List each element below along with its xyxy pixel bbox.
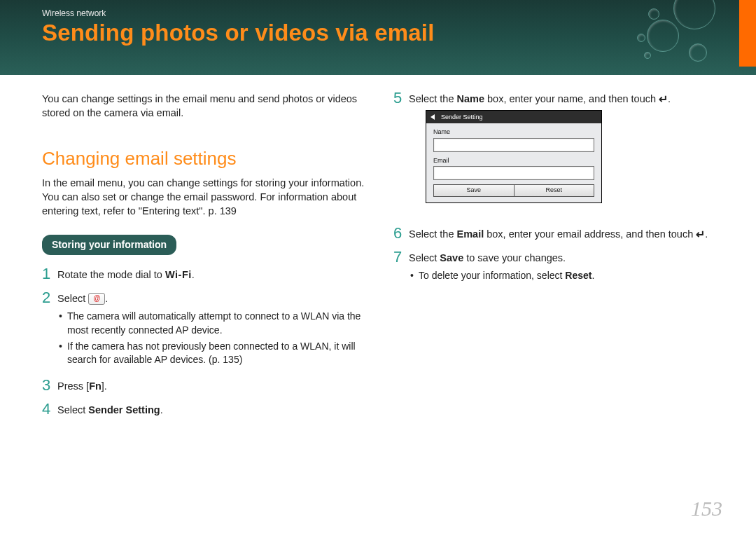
fn-button-label: Fn bbox=[89, 380, 102, 392]
section-description: In the email menu, you can change settin… bbox=[42, 176, 371, 218]
step-text: box, enter your name, and then touch bbox=[484, 93, 659, 104]
name-input[interactable] bbox=[433, 138, 594, 152]
section-heading: Changing email settings bbox=[42, 146, 371, 172]
step-number: 3 bbox=[42, 378, 57, 393]
page-content: You can change settings in the email men… bbox=[0, 75, 756, 427]
step-text: . bbox=[160, 404, 163, 415]
reset-button[interactable]: Reset bbox=[514, 184, 595, 197]
page-number: 153 bbox=[691, 497, 722, 521]
intro-paragraph: You can change settings in the email men… bbox=[42, 92, 371, 120]
step-text: . bbox=[668, 93, 671, 104]
step-text: Select bbox=[57, 293, 88, 304]
step-number: 6 bbox=[393, 226, 409, 241]
steps-list-right: 5 Select the Name box, enter your name, … bbox=[393, 92, 722, 286]
step-text: ]. bbox=[102, 380, 107, 392]
left-column: You can change settings in the email men… bbox=[42, 92, 371, 427]
save-button[interactable]: Save bbox=[433, 184, 514, 197]
subsection-pill: Storing your information bbox=[42, 235, 176, 255]
step-text: To delete your information, select bbox=[419, 270, 565, 281]
step-text: Select bbox=[57, 404, 88, 415]
email-box-label: Email bbox=[457, 228, 484, 240]
reset-label: Reset bbox=[565, 270, 592, 281]
step-text: . bbox=[192, 269, 195, 280]
step-4: 4 Select Sender Setting. bbox=[42, 403, 371, 417]
page-title: Sending photos or videos via email bbox=[42, 20, 756, 46]
page-header: Wireless network Sending photos or video… bbox=[0, 0, 756, 75]
step-number: 2 bbox=[42, 290, 57, 305]
sender-setting-titlebar: Sender Setting bbox=[426, 111, 601, 123]
email-field-label: Email bbox=[433, 156, 594, 165]
right-column: 5 Select the Name box, enter your name, … bbox=[393, 92, 722, 427]
save-label: Save bbox=[440, 252, 463, 263]
email-input[interactable] bbox=[433, 166, 594, 180]
step-6: 6 Select the Email box, enter your email… bbox=[393, 227, 722, 241]
enter-icon: ↵ bbox=[659, 94, 668, 105]
wifi-icon: Wi-Fi bbox=[165, 268, 192, 282]
back-icon[interactable] bbox=[430, 114, 437, 121]
step-2: 2 Select . The camera will automatically… bbox=[42, 291, 371, 369]
steps-list-left: 1 Rotate the mode dial to Wi-Fi. 2 Selec… bbox=[42, 268, 371, 417]
name-box-label: Name bbox=[457, 93, 485, 104]
step-text: box, enter your email address, and then … bbox=[484, 228, 696, 240]
chapter-label: Wireless network bbox=[42, 8, 756, 18]
step-text: Select the bbox=[409, 228, 457, 240]
step-number: 4 bbox=[42, 401, 57, 417]
email-icon bbox=[88, 293, 105, 305]
sender-setting-screenshot: Sender Setting Name Email Save Reset bbox=[426, 110, 602, 203]
step-number: 7 bbox=[393, 249, 409, 265]
step-text: Rotate the mode dial to bbox=[57, 269, 165, 280]
step-text: Select the bbox=[409, 93, 457, 104]
orange-accent-strip bbox=[739, 0, 756, 67]
enter-icon: ↵ bbox=[696, 229, 705, 240]
step-text: Select bbox=[409, 252, 440, 263]
step-number: 1 bbox=[42, 266, 57, 282]
step-number: 5 bbox=[393, 90, 409, 106]
sub-bullet: If the camera has not previously been co… bbox=[57, 340, 371, 367]
step-text: . bbox=[705, 228, 708, 240]
sub-bullet: To delete your information, select Reset… bbox=[409, 269, 722, 282]
sub-bullet: The camera will automatically attempt to… bbox=[57, 310, 371, 337]
step-1: 1 Rotate the mode dial to Wi-Fi. bbox=[42, 268, 371, 282]
step-7: 7 Select Save to save your changes. To d… bbox=[393, 251, 722, 285]
step-text: Press [ bbox=[57, 380, 89, 392]
step-3: 3 Press [Fn]. bbox=[42, 379, 371, 393]
name-field-label: Name bbox=[433, 128, 594, 136]
step-7-sublist: To delete your information, select Reset… bbox=[409, 269, 722, 282]
sender-setting-label: Sender Setting bbox=[88, 404, 160, 415]
step-2-sublist: The camera will automatically attempt to… bbox=[57, 310, 371, 366]
step-text: to save your changes. bbox=[463, 252, 566, 263]
step-text: . bbox=[105, 293, 108, 304]
step-5: 5 Select the Name box, enter your name, … bbox=[393, 92, 722, 217]
step-text: . bbox=[592, 270, 594, 281]
sender-setting-title: Sender Setting bbox=[441, 113, 483, 121]
